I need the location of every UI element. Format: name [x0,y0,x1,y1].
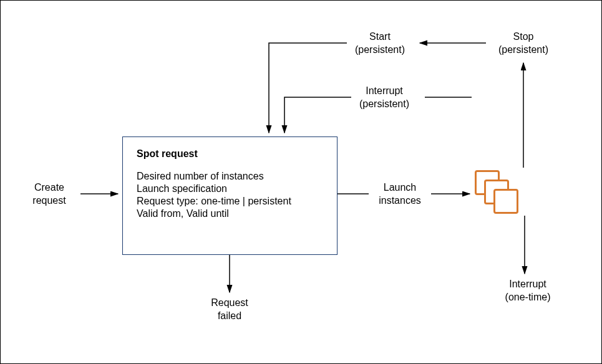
spot-request-title: Spot request [137,148,323,160]
spot-line-launchspec: Launch specification [137,183,323,194]
start-persistent-label: Start (persistent) [346,31,414,57]
interrupt-onetime-label: Interrupt (one-time) [493,278,562,304]
create-request-label: Create request [24,181,74,208]
instance-icon [493,189,518,214]
spot-line-reqtype: Request type: one-time | persistent [137,196,323,207]
diagram-canvas: Create request Spot request Desired numb… [0,0,602,364]
spot-request-box: Spot request Desired number of instances… [122,136,337,255]
arrow-interrupt-to-spot [284,97,351,133]
arrow-start-to-spot [269,43,347,133]
launch-instances-label: Launch instances [372,181,428,208]
request-failed-label: Request failed [201,297,258,323]
spot-line-instances: Desired number of instances [137,171,323,182]
stop-persistent-label: Stop (persistent) [489,31,558,57]
interrupt-persistent-label: Interrupt (persistent) [350,85,419,111]
spot-line-valid: Valid from, Valid until [137,208,323,219]
